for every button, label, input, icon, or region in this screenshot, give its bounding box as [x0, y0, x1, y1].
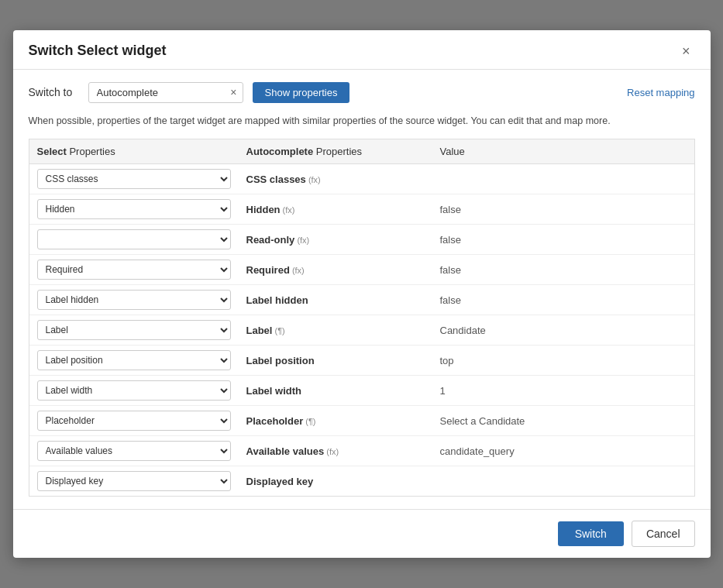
table-row: Label widthLabel width1 — [29, 376, 694, 406]
property-select[interactable] — [37, 229, 231, 249]
clear-button[interactable]: × — [229, 86, 238, 98]
value-cell: Candidate — [432, 315, 694, 346]
modal-header: Switch Select widget × — [13, 30, 711, 70]
switch-to-input[interactable] — [88, 82, 243, 103]
value-cell: false — [432, 255, 694, 285]
table-scroll[interactable]: Select Properties Autocomplete Propertie… — [29, 139, 694, 496]
cancel-button[interactable]: Cancel — [632, 521, 695, 547]
close-button[interactable]: × — [677, 43, 695, 60]
property-select[interactable]: CSS classes — [37, 169, 231, 189]
select-cell: Hidden — [29, 194, 239, 225]
autocomplete-property-cell: Hidden (fx) — [239, 194, 432, 225]
property-select[interactable]: Hidden — [37, 199, 231, 219]
select-cell: Displayed key — [29, 466, 239, 497]
switch-input-wrap: × — [88, 82, 243, 103]
col1-header: Select Properties — [29, 139, 239, 164]
autocomplete-property-cell: CSS classes (fx) — [239, 164, 432, 194]
value-cell: top — [432, 346, 694, 376]
select-cell: CSS classes — [29, 164, 239, 194]
property-suffix: (fx) — [281, 205, 295, 215]
autocomplete-property-cell: Displayed key — [239, 466, 432, 497]
table-row: Read-only (fx)false — [29, 225, 694, 255]
modal-title: Switch Select widget — [29, 43, 167, 59]
table-row: RequiredRequired (fx)false — [29, 255, 694, 285]
switch-button[interactable]: Switch — [558, 521, 624, 546]
autocomplete-property-name: Displayed key — [246, 476, 314, 487]
autocomplete-property-name: CSS classes — [246, 174, 306, 185]
autocomplete-property-cell: Label position — [239, 346, 432, 376]
table-row: PlaceholderPlaceholder (¶)Select a Candi… — [29, 406, 694, 436]
select-cell — [29, 225, 239, 255]
autocomplete-property-cell: Label width — [239, 376, 432, 406]
autocomplete-property-name: Label position — [246, 355, 315, 366]
reset-mapping-link[interactable]: Reset mapping — [627, 87, 694, 98]
property-select[interactable]: Placeholder — [37, 411, 231, 431]
table-row: Available valuesAvailable values (fx)can… — [29, 436, 694, 466]
autocomplete-property-name: Available values — [246, 445, 325, 457]
property-select[interactable]: Label hidden — [37, 290, 231, 310]
table-row: Displayed keyDisplayed key — [29, 466, 694, 497]
autocomplete-property-name: Placeholder — [246, 415, 304, 427]
table-row: CSS classesCSS classes (fx) — [29, 164, 694, 194]
select-cell: Placeholder — [29, 406, 239, 436]
value-cell — [432, 164, 694, 194]
property-suffix: (¶) — [272, 326, 284, 335]
modal-footer: Switch Cancel — [13, 509, 711, 558]
table-row: Label hiddenLabel hiddenfalse — [29, 285, 694, 315]
show-properties-button[interactable]: Show properties — [253, 82, 350, 103]
select-cell: Label hidden — [29, 285, 239, 315]
property-suffix: (fx) — [306, 175, 321, 184]
switch-to-row: Switch to × Show properties Reset mappin… — [29, 82, 695, 103]
autocomplete-property-cell: Label (¶) — [239, 315, 432, 346]
property-select[interactable]: Label width — [37, 380, 231, 401]
properties-table-wrap: Select Properties Autocomplete Propertie… — [29, 139, 695, 497]
select-cell: Label — [29, 315, 239, 346]
value-cell: Select a Candidate — [432, 406, 694, 436]
value-cell: false — [432, 285, 694, 315]
property-select[interactable]: Required — [37, 260, 231, 280]
autocomplete-property-cell: Read-only (fx) — [239, 225, 432, 255]
switch-to-label: Switch to — [29, 86, 79, 98]
modal-overlay: Switch Select widget × Switch to × Show … — [0, 0, 723, 588]
value-cell: false — [432, 194, 694, 225]
autocomplete-property-cell: Required (fx) — [239, 255, 432, 285]
value-cell: candidate_query — [432, 436, 694, 466]
property-suffix: (fx) — [290, 266, 305, 275]
property-suffix: (¶) — [303, 417, 315, 426]
autocomplete-property-name: Read-only — [246, 234, 295, 246]
autocomplete-property-cell: Available values (fx) — [239, 436, 432, 466]
autocomplete-property-name: Label hidden — [246, 294, 308, 306]
description-text: When possible, properties of the target … — [29, 114, 695, 129]
modal: Switch Select widget × Switch to × Show … — [13, 30, 711, 559]
select-cell: Required — [29, 255, 239, 285]
value-cell: 1 — [432, 376, 694, 406]
autocomplete-property-cell: Label hidden — [239, 285, 432, 315]
col2-header: Autocomplete Properties — [239, 139, 432, 164]
modal-body: Switch to × Show properties Reset mappin… — [13, 70, 711, 510]
value-cell: false — [432, 225, 694, 255]
autocomplete-property-name: Label — [246, 325, 273, 336]
property-suffix: (fx) — [294, 236, 309, 245]
properties-table: Select Properties Autocomplete Propertie… — [29, 139, 694, 496]
col3-header: Value — [432, 139, 694, 164]
property-select[interactable]: Available values — [37, 441, 231, 461]
table-row: HiddenHidden (fx)false — [29, 194, 694, 225]
select-cell: Label position — [29, 346, 239, 376]
property-suffix: (fx) — [324, 447, 339, 456]
autocomplete-property-cell: Placeholder (¶) — [239, 406, 432, 436]
select-cell: Available values — [29, 436, 239, 466]
autocomplete-property-name: Hidden — [246, 204, 281, 215]
autocomplete-property-name: Required — [246, 264, 290, 276]
value-cell — [432, 466, 694, 497]
property-select[interactable]: Label — [37, 320, 231, 340]
table-row: Label positionLabel positiontop — [29, 346, 694, 376]
table-row: LabelLabel (¶)Candidate — [29, 315, 694, 346]
select-cell: Label width — [29, 376, 239, 406]
property-select[interactable]: Displayed key — [37, 471, 231, 491]
property-select[interactable]: Label position — [37, 350, 231, 370]
autocomplete-property-name: Label width — [246, 385, 302, 397]
